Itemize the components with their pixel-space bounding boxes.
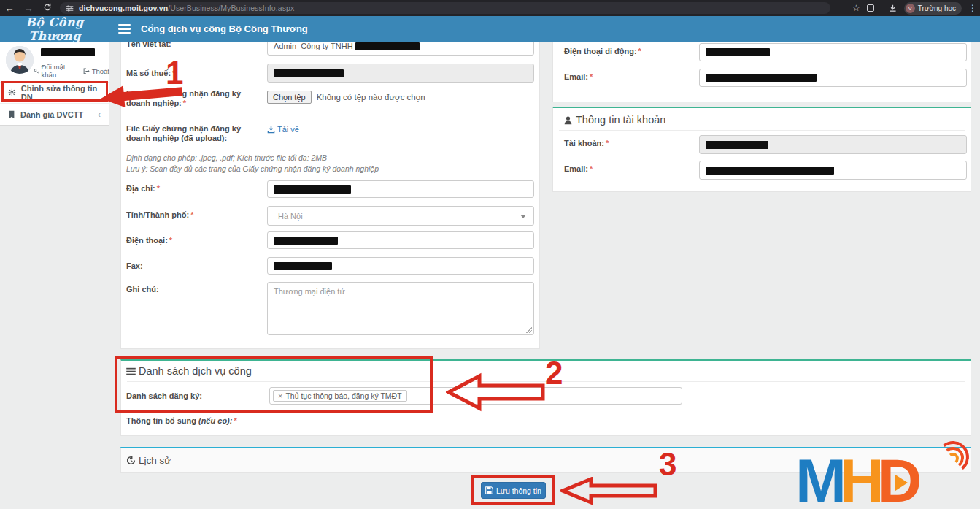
person-icon — [563, 115, 573, 125]
signout-icon — [83, 68, 90, 74]
annotation-arrow-2 — [446, 372, 547, 412]
history-icon — [126, 456, 136, 465]
annotation-number-3: 3 — [659, 448, 676, 481]
city-select[interactable]: Hà Nội — [267, 206, 534, 226]
fax-label: Fax: — [126, 261, 143, 271]
mobile-label: Điện thoại di động:* — [564, 47, 641, 56]
signal-arc-icon — [935, 440, 971, 475]
star-icon[interactable]: ☆ — [852, 3, 860, 13]
email-input[interactable] — [699, 69, 967, 87]
resize-handle[interactable] — [526, 327, 532, 333]
redacted-value — [706, 74, 817, 82]
redacted-value — [274, 262, 332, 270]
sidebar-item-rate-dvctt[interactable]: Đánh giá DVCTT ‹ — [0, 103, 109, 125]
phone-input[interactable] — [267, 231, 534, 249]
redacted-value — [274, 69, 344, 77]
email-label: Email:* — [564, 72, 593, 82]
browser-toolbar: ← → dichvucong.moit.gov.vn/UserBusiness/… — [0, 0, 980, 16]
browser-profile-chip[interactable]: V Trường học — [904, 2, 962, 15]
menu-dots-icon[interactable]: ⋮ — [968, 3, 977, 13]
address-bar[interactable]: dichvucong.moit.gov.vn/UserBusiness/MyBu… — [60, 2, 830, 14]
redacted-value — [706, 141, 768, 149]
redacted-value — [355, 42, 420, 50]
logo-letter-h: H — [840, 453, 878, 508]
scan-note: Lưu ý: Scan đầy đủ các trang của Giấy ch… — [126, 164, 379, 173]
annotation-arrow-3 — [560, 477, 658, 505]
divider — [881, 4, 881, 12]
profile-name: Trường học — [918, 4, 956, 12]
chevron-left-icon: ‹ — [98, 110, 101, 120]
reload-icon[interactable] — [38, 3, 57, 14]
divider — [559, 130, 965, 131]
tune-icon — [66, 4, 74, 12]
annotation-box-3 — [471, 475, 555, 505]
extra-info-label: Thông tin bổ sung (nếu có):* — [126, 416, 237, 426]
bookmark-icon — [8, 110, 15, 119]
notes-label: Ghi chú: — [126, 285, 159, 294]
account-email-input[interactable] — [699, 161, 967, 180]
tax-input — [267, 64, 534, 83]
redacted-value — [274, 185, 351, 194]
change-password-label: Đổi mật khẩu — [42, 63, 76, 79]
redacted-user-name — [41, 48, 95, 56]
fax-input[interactable] — [267, 257, 534, 275]
brand-logo[interactable]: Bộ Công Thương — [0, 15, 109, 43]
download-icon[interactable] — [888, 4, 898, 13]
url-path: /UserBusiness/MyBusinessInfo.aspx — [168, 4, 294, 12]
logout-label: Thoát — [92, 67, 109, 75]
redacted-value — [706, 167, 834, 175]
address-input[interactable] — [267, 180, 534, 198]
avatar: V — [906, 4, 915, 13]
hamburger-icon[interactable] — [118, 24, 131, 34]
change-password-link[interactable]: Đổi mật khẩu — [34, 63, 76, 79]
user-avatar — [6, 46, 34, 74]
url-domain: dichvucong.moit.gov.vn — [79, 4, 168, 12]
account-user-label: Tài khoản:* — [564, 139, 609, 148]
history-section-title: Lịch sử — [139, 455, 171, 466]
account-user-input — [699, 135, 967, 154]
annotation-box-1 — [1, 81, 108, 102]
chevron-down-icon — [520, 215, 526, 218]
account-email-label: Email:* — [564, 164, 593, 174]
annotation-number-2: 2 — [545, 357, 563, 389]
mobile-input[interactable] — [699, 43, 967, 61]
file-status-text: Không có tệp nào được chọn — [317, 93, 425, 102]
notes-textarea[interactable]: Thương mại điện tử — [267, 282, 534, 335]
app-header: Bộ Công Thương Cổng dịch vụ công Bộ Công… — [0, 16, 980, 42]
account-section-title: Thông tin tài khoản — [576, 114, 665, 126]
back-icon[interactable]: ← — [0, 3, 19, 14]
file-uploaded-label: File Giấy chứng nhận đăng ký doanh nghiệ… — [126, 124, 265, 143]
redacted-value — [274, 237, 338, 245]
sidebar-item-label: Đánh giá DVCTT — [20, 110, 83, 119]
city-label: Tỉnh/Thành phố:* — [126, 210, 193, 220]
phone-label: Điện thoại:* — [126, 236, 172, 245]
mhd-watermark-logo: M H D — [795, 441, 978, 508]
forward-icon[interactable]: → — [19, 3, 38, 14]
page-title: Cổng dịch vụ công Bộ Công Thương — [141, 23, 308, 34]
play-icon — [895, 475, 908, 491]
address-label: Địa chỉ:* — [126, 184, 160, 194]
tabs-icon[interactable] — [867, 4, 874, 12]
annotation-number-1: 1 — [166, 57, 183, 89]
choose-file-button[interactable]: Chọn tệp — [267, 91, 312, 104]
logout-link[interactable]: Thoát — [83, 67, 109, 75]
logo-letter-d: D — [878, 453, 916, 508]
contact-panel: Điện thoại di động:* Email:* — [552, 39, 971, 102]
annotation-box-2 — [115, 356, 433, 413]
download-icon — [267, 126, 275, 134]
account-panel: Thông tin tài khoản Tài khoản:* Email:* — [552, 107, 971, 192]
download-file-link[interactable]: Tải về — [267, 125, 299, 134]
key-icon — [34, 68, 39, 74]
logo-letter-m: M — [795, 453, 840, 508]
redacted-value — [706, 48, 770, 56]
format-note: Định dạng cho phép: .jpeg, .pdf; Kích th… — [126, 153, 327, 162]
